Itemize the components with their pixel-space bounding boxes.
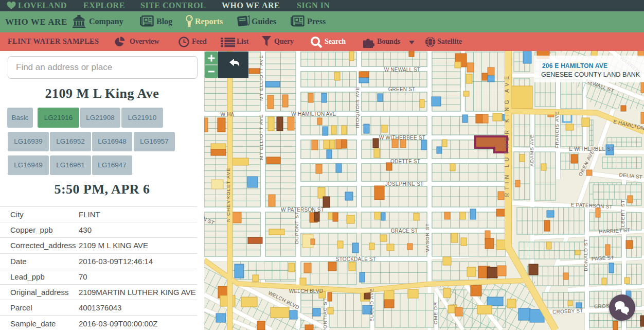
- svg-text:N CHEVROLET AVE: N CHEVROLET AVE: [225, 167, 231, 222]
- svg-text:CROS: CROS: [594, 303, 610, 309]
- svg-text:PAGE ST: PAGE ST: [592, 255, 615, 262]
- svg-text:GREEN ST: GREEN ST: [388, 86, 416, 92]
- svg-text:W NEWALL ST: W NEWALL ST: [384, 67, 420, 73]
- svg-text:WELCH BLVD: WELCH BLVD: [289, 288, 323, 294]
- svg-text:DONALD ST: DONALD ST: [583, 238, 588, 271]
- svg-text:GRACE ST: GRACE ST: [391, 228, 418, 234]
- svg-text:W PATERSON ST: W PATERSON ST: [281, 207, 324, 213]
- svg-text:STOCKDALE ST: STOCKDALE ST: [336, 256, 376, 262]
- svg-text:FRANCIS AVE: FRANCIS AVE: [554, 111, 560, 148]
- svg-text:EUCLID AVE: EUCLID AVE: [369, 288, 374, 321]
- svg-text:ALBERT ST: ALBERT ST: [620, 200, 625, 231]
- svg-text:ODETTE ST: ODETTE ST: [390, 159, 420, 164]
- svg-text:OME DR: OME DR: [433, 302, 438, 324]
- svg-text:MASON ST: MASON ST: [424, 223, 430, 253]
- svg-text:W HA: W HA: [221, 112, 235, 117]
- svg-text:JOSEPHINE ST: JOSEPHINE ST: [385, 181, 424, 187]
- svg-text:MT ELLIOTT AVE: MT ELLIOTT AVE: [258, 55, 264, 101]
- svg-text:W HAMILTON AVE: W HAMILTON AVE: [291, 111, 336, 117]
- svg-text:MT ELLIOTT AVE: MT ELLIOTT AVE: [258, 114, 264, 160]
- svg-text:PONTIAC ST: PONTIAC ST: [322, 298, 328, 330]
- svg-text:206 E HAMILTON AVE: 206 E HAMILTON AVE: [542, 62, 607, 70]
- svg-text:RTIN LUTHER KING AVE: RTIN LUTHER KING AVE: [504, 73, 510, 197]
- svg-text:W WITHERBEE ST: W WITHERBEE ST: [379, 135, 425, 141]
- svg-text:GENESEE COUNTY LAND BANK: GENESEE COUNTY LAND BANK: [541, 71, 640, 78]
- svg-text:DUPONT ST: DUPONT ST: [294, 211, 299, 244]
- svg-text:IROQUOIS AVE: IROQUOIS AVE: [354, 86, 360, 128]
- svg-text:ADAMS AVE: ADAMS AVE: [529, 134, 534, 166]
